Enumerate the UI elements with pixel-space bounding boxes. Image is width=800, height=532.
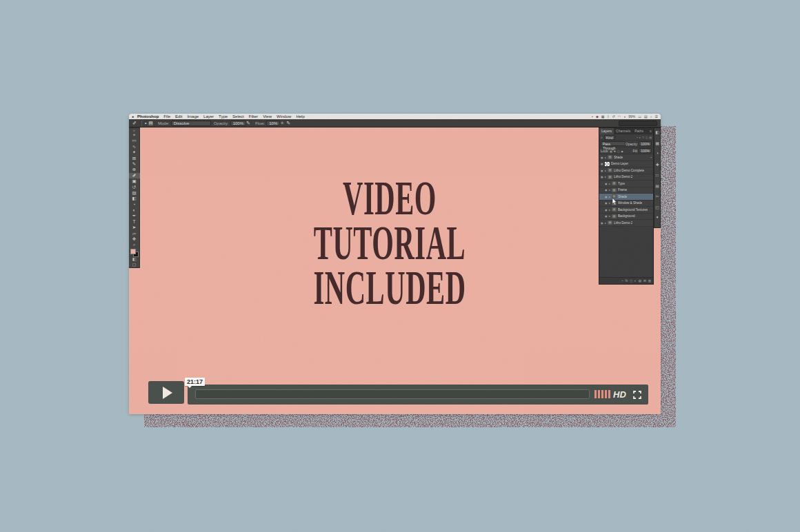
panel-character-panel-icon[interactable]: ✂ [655, 194, 659, 205]
tool-type-tool[interactable]: T [129, 219, 140, 225]
menu-item[interactable]: Select [232, 114, 244, 119]
panel-tab[interactable]: Channels [614, 128, 632, 134]
footer-link-icon[interactable]: ⌁ [621, 279, 623, 283]
play-button[interactable] [148, 381, 184, 404]
panel-info-panel-icon[interactable]: ♦ [656, 215, 658, 226]
menu-item[interactable]: Filter [249, 114, 258, 119]
panel-menu-icon[interactable]: ≡ [648, 128, 653, 134]
brush-tool-icon[interactable]: ✐ [132, 121, 137, 126]
menu-item[interactable]: Layer [203, 114, 214, 119]
menu-item[interactable]: Window [277, 114, 291, 119]
filter-kind-select[interactable]: Kind [604, 135, 615, 140]
footer-mask-icon[interactable]: ◻ [630, 279, 632, 283]
tool-marquee-tool[interactable]: ▭ [129, 138, 140, 143]
layer-row-background-textures[interactable]: ◉ ▸ ▤ Background Textures ▪ [599, 207, 653, 214]
footer-group-icon[interactable]: ▤ [639, 279, 641, 283]
panel-tab[interactable]: Layers [599, 128, 614, 134]
footer-fx-icon[interactable]: fx [626, 279, 628, 283]
tool-eyedropper-tool[interactable]: ✎ [129, 161, 140, 167]
tool-pen-tool[interactable]: ✒ [129, 213, 140, 218]
tool-crop-tool[interactable]: ⊞ [129, 156, 140, 161]
tool-hand-tool[interactable]: ✥ [129, 236, 140, 242]
volume-bars[interactable] [594, 390, 612, 398]
filter-search-icon[interactable]: ⌕ [601, 135, 603, 140]
status-volume-icon[interactable]: ◖ [623, 114, 626, 119]
tool-eraser-tool[interactable]: ▨ [129, 190, 140, 196]
screen-mode-icon[interactable]: ▢ [129, 262, 140, 267]
layer-row-demo-layer[interactable]: ◉ ▸ ▤ Demo Layer ▪ [599, 161, 653, 168]
panel-styles-panel-icon[interactable]: ✚ [655, 162, 659, 173]
menu-item[interactable]: Edit [175, 114, 182, 119]
panel-clone-source-panel-icon[interactable]: ▤ [655, 183, 659, 194]
status-app-icon-maroon[interactable]: ◆ [596, 114, 599, 119]
filter-type-icon[interactable]: ▤ [649, 136, 652, 139]
status-time-machine-icon[interactable]: ↺ [612, 114, 615, 119]
status-menu-list-icon[interactable]: ☰ [655, 114, 658, 119]
layer-opacity-select[interactable]: 100% [639, 141, 652, 146]
tool-gradient-tool[interactable]: ◧ [129, 196, 140, 201]
fullscreen-icon[interactable] [632, 390, 642, 400]
panel-brush-panel-icon[interactable]: ⚏ [655, 172, 659, 183]
layer-row-window-shade[interactable]: ◉ ▸ ▤ Window & Shade ▪ [599, 201, 653, 207]
panel-adjustments-panel-icon[interactable]: ◑ [656, 151, 659, 162]
airbrush-icon[interactable]: ✧ [280, 121, 284, 126]
tool-healing-brush-tool[interactable]: ⊕ [129, 167, 140, 172]
tool-blur-tool[interactable]: ◔ [129, 202, 140, 207]
panel-paragraph-panel-icon[interactable]: ◰ [655, 205, 659, 216]
layer-row-litho-demo-2[interactable]: ◉ ▸ ▤ Litho Demo 2 ▪ [599, 174, 653, 181]
status-battery-percent[interactable]: 99% [628, 114, 635, 119]
layer-row-frame[interactable]: ◉ ▸ ▤ Frame ▪ [599, 187, 653, 194]
tool-magic-wand-tool[interactable]: ✦ [129, 150, 140, 155]
status-keyboard-icon[interactable]: ▦ [601, 114, 605, 119]
panel-color-panel-icon[interactable]: ◧ [655, 130, 659, 141]
status-app-icon-red[interactable]: ▪ [592, 114, 593, 119]
pressure-opacity-icon[interactable]: ✎ [246, 121, 250, 126]
menu-item[interactable]: Help [296, 114, 304, 119]
layer-row-shade[interactable]: ◉ ▸ ▤ Shade ▪ [599, 154, 653, 161]
tool-brush-tool[interactable]: ✐ [129, 173, 140, 178]
tool-dodge-tool[interactable]: ◐ [129, 207, 140, 213]
footer-adjustment-icon[interactable]: ◐ [634, 279, 637, 283]
filter-type-icon[interactable]: ◐ [639, 136, 641, 139]
menu-item[interactable]: Image [187, 114, 199, 119]
lock-option-icon[interactable]: ◻ [617, 150, 619, 153]
apple-icon[interactable]: ● [132, 114, 134, 119]
tool-lasso-tool[interactable]: ∿ [129, 144, 140, 150]
tool-clone-stamp-tool[interactable]: ▣ [129, 178, 140, 184]
filter-type-icon[interactable]: ▪ [637, 136, 638, 139]
workspace-switcher[interactable] [619, 121, 657, 126]
tool-move-tool[interactable]: ⌖ [129, 132, 140, 138]
opacity-select[interactable]: 100% [230, 121, 246, 126]
tool-shape-tool[interactable]: ▱ [129, 231, 140, 236]
panel-tab[interactable]: Paths [632, 128, 646, 134]
panel-swatches-panel-icon[interactable]: ▦ [655, 141, 659, 152]
blend-mode-select[interactable]: Pass Through [601, 141, 626, 146]
mode-select[interactable]: Dissolve [171, 121, 211, 126]
layer-fill-select[interactable]: 100% [639, 148, 652, 153]
layer-row-shade[interactable]: ◉ ▸ ▤ Shade ▪ [599, 194, 653, 201]
menu-item[interactable]: Type [219, 114, 228, 119]
tool-path-select-tool[interactable]: ➤ [129, 225, 140, 230]
lock-option-icon[interactable]: ✚ [614, 150, 616, 153]
menu-item[interactable]: View [263, 114, 272, 119]
footer-new-layer-icon[interactable]: ⊞ [643, 279, 646, 283]
status-wifi-icon[interactable]: ◠ [618, 114, 621, 119]
lock-option-icon[interactable]: ◆ [621, 150, 623, 153]
smoothing-icon[interactable]: ✎ [286, 121, 290, 126]
lock-option-icon[interactable]: ▦ [610, 150, 612, 153]
tool-history-brush-tool[interactable]: ↺ [129, 185, 140, 190]
footer-delete-icon[interactable]: ▥ [648, 279, 651, 283]
hd-badge[interactable]: HD [613, 389, 626, 400]
quick-mask-icon[interactable]: ◧ [129, 256, 140, 262]
foreground-color-swatch[interactable] [130, 249, 136, 254]
status-battery-icon[interactable]: ▭ [638, 114, 641, 119]
brush-panel-toggle-icon[interactable]: ▤ [148, 121, 153, 126]
menu-item[interactable]: Photoshop [137, 114, 159, 119]
progress-track[interactable] [195, 389, 590, 399]
layer-row-background[interactable]: ◉ ▸ ▤ Background ▪ [599, 214, 653, 221]
layer-row-type[interactable]: ◉ ▸ ▤ Type ▪ [599, 181, 653, 187]
status-spotlight-icon[interactable]: ⌕ [650, 114, 652, 119]
flow-select[interactable]: 10% [266, 121, 280, 126]
status-bluetooth-icon[interactable]: ᛒ [608, 114, 610, 119]
brush-preset-icon[interactable]: • [145, 121, 146, 125]
